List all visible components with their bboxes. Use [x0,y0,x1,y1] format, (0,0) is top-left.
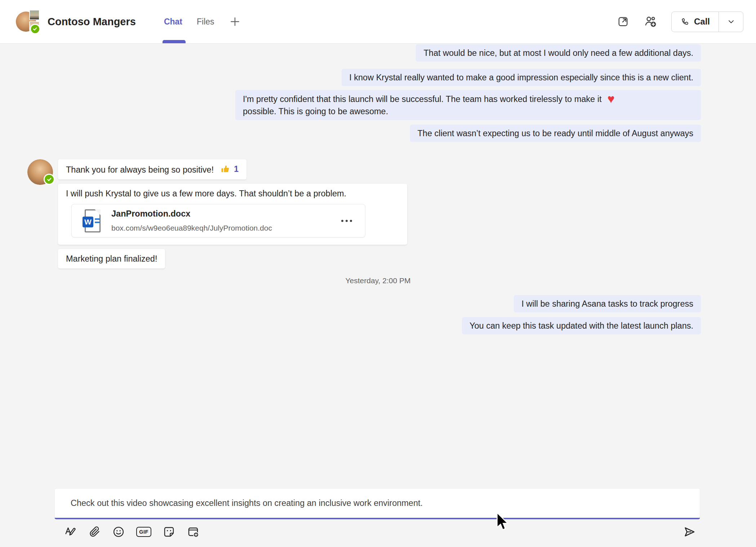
message-composer: GIF [54,488,700,539]
message-text: possible. This is going to be awesome. [243,105,693,117]
active-tab-indicator [163,40,186,43]
incoming-message-bubble[interactable]: Marketing plan finalized! [58,249,165,268]
outgoing-message-bubble[interactable]: That would be nice, but at most I would … [416,44,701,62]
message-row: I'm pretty confident that this launch wi… [0,90,756,120]
message-text: Thank you for always being so positive! [66,165,214,174]
outgoing-message-bubble[interactable]: You can keep this task updated with the … [462,317,701,334]
presence-available-icon [31,25,39,33]
gif-button[interactable]: GIF [136,527,151,537]
chat-header: Contoso Mangers Chat Files [0,0,756,44]
call-split-button: Call [671,12,743,32]
tab-bar: Chat Files [164,0,241,43]
outgoing-message-bubble[interactable]: I will be sharing Asana tasks to track p… [514,295,701,312]
paperclip-icon [88,525,101,538]
presence-available-icon [45,175,54,184]
call-button[interactable]: Call [672,12,719,32]
page-title: Contoso Mangers [48,16,136,28]
gif-icon: GIF [136,527,151,537]
message-row: The client wasn’t expecting us to be rea… [0,125,756,142]
outgoing-message-bubble[interactable]: The client wasn’t expecting us to be rea… [410,125,701,142]
attach-button[interactable] [88,525,101,538]
emoji-icon [112,525,125,538]
message-row: That would be nice, but at most I would … [0,44,756,62]
sender-avatar[interactable] [27,159,53,185]
send-button[interactable] [682,525,697,539]
thumbs-up-icon [220,164,230,174]
file-name: JanPromotion.docx [111,208,272,220]
message-row: I will be sharing Asana tasks to track p… [0,295,756,312]
file-more-options-button[interactable] [338,217,355,225]
call-options-button[interactable] [719,12,743,32]
incoming-message-stack: Thank you for always being so positive!1… [58,159,407,268]
message-reaction[interactable]: 1 [220,163,239,175]
message-text: I will push Krystal to give us a few mor… [66,189,346,198]
message-row: You can keep this task updated with the … [0,317,756,334]
plus-icon [229,15,241,28]
popout-icon [617,15,630,28]
reaction-count: 1 [234,163,239,175]
outgoing-message-bubble[interactable]: I know Krystal really wanted to make a g… [342,69,701,86]
outgoing-message-bubble[interactable]: I'm pretty confident that this launch wi… [235,90,701,120]
file-url: box.com/s/w9eo6eua89keqh/JulyPromotion.d… [111,222,272,234]
date-divider: Yesterday, 2:00 PM [0,276,756,285]
message-row: I know Krystal really wanted to make a g… [0,69,756,86]
format-button[interactable] [64,525,77,538]
chevron-down-icon [727,17,735,26]
incoming-message-bubble[interactable]: I will push Krystal to give us a few mor… [58,184,407,245]
composer-toolbar: GIF [54,525,700,539]
emoji-button[interactable] [112,525,125,538]
apps-plus-icon [187,525,200,538]
teams-chat-window: Contoso Mangers Chat Files [0,0,756,547]
word-logo-letter: W [83,217,93,227]
tab-chat[interactable]: Chat [164,17,182,27]
message-input[interactable] [54,488,700,519]
file-attachment-card[interactable]: W JanPromotion.docx box.com/s/w9eo6eua89… [71,204,365,237]
sticker-icon [163,525,175,538]
heart-emoji: ♥ [607,92,614,106]
phone-icon [680,17,690,26]
header-actions: Call [615,12,743,32]
send-icon [682,525,697,539]
add-people-button[interactable] [642,13,659,30]
file-meta: JanPromotion.docx box.com/s/w9eo6eua89ke… [111,208,272,234]
sticker-button[interactable] [163,525,175,538]
open-in-window-button[interactable] [615,14,631,30]
document-text-lines [95,218,100,225]
message-list[interactable]: That would be nice, but at most I would … [0,44,756,334]
word-document-icon: W [83,209,102,232]
add-people-icon [643,14,658,29]
add-tab-button[interactable] [229,15,241,28]
incoming-message-group: Thank you for always being so positive!1… [0,159,756,268]
incoming-message-bubble[interactable]: Thank you for always being so positive!1 [58,159,246,179]
avatar-photo-top [29,10,40,20]
call-button-label: Call [694,17,710,27]
format-icon [64,525,77,538]
group-avatar[interactable] [16,10,40,34]
apps-button[interactable] [187,525,200,538]
tab-files[interactable]: Files [197,17,214,27]
document-fold-shape [95,209,101,215]
message-text: I'm pretty confident that this launch wi… [243,94,601,104]
